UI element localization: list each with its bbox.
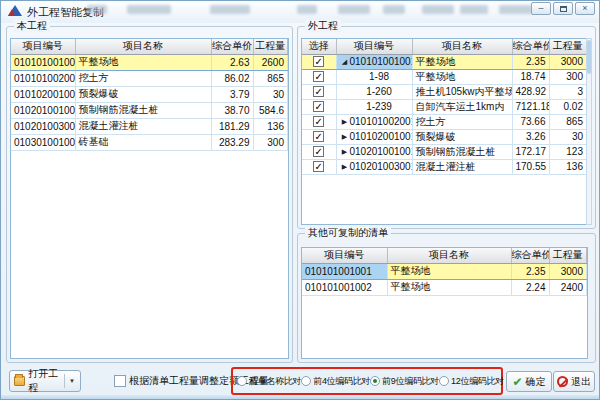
table-row[interactable]: ▶010102001001预裂爆破3.2630 <box>302 129 587 144</box>
table-row[interactable]: ◢010101001001平整场地2.353000 <box>302 54 587 69</box>
compare-mode-radio[interactable]: 12位编码比对 <box>439 375 504 388</box>
group-other-label: 其他可复制的清单 <box>305 227 391 239</box>
scrollbar-thumb[interactable] <box>587 40 591 74</box>
radio-dot <box>370 376 380 386</box>
group-external-label: 外工程 <box>305 20 341 32</box>
column-header[interactable]: 项目名称 <box>75 39 211 54</box>
item-name: 预制钢筋混凝土桩 <box>75 102 211 118</box>
item-code-cell: 1-98 <box>336 69 412 84</box>
dropdown-arrow-icon[interactable]: ▼ <box>68 378 76 384</box>
checkbox-cell <box>302 84 336 99</box>
adjust-quantity-checkbox[interactable] <box>114 375 126 387</box>
column-header[interactable]: 项目名称 <box>412 39 512 54</box>
table-row[interactable]: 1-239自卸汽车运土1km内7121.180.02 <box>302 99 587 114</box>
minimize-icon: – <box>538 4 543 13</box>
row-checkbox[interactable] <box>313 86 324 97</box>
column-header[interactable]: 项目名称 <box>387 248 511 263</box>
item-code: 010201003001 <box>350 161 413 172</box>
ok-button[interactable]: ✔ 确定 <box>506 371 552 392</box>
dialog-external-project-smart-copy: 外工程智能复制 – × 本工程 项目编号项目名称综合单价工程量 01010100… <box>0 0 600 400</box>
compare-mode-radio[interactable]: 前9位编码比对 <box>370 375 439 388</box>
table-row[interactable]: 010201003001混凝土灌注桩181.29136 <box>11 118 288 134</box>
background-menu-blur <box>127 5 171 14</box>
item-code: 010101001001 <box>11 54 75 70</box>
item-name: 砖基础 <box>75 134 211 150</box>
unit-price: 18.74 <box>512 69 549 84</box>
close-button[interactable]: × <box>575 2 595 15</box>
column-header[interactable]: 工程量 <box>549 39 587 54</box>
item-name: 自卸汽车运土1km内 <box>412 99 512 114</box>
expand-icon[interactable]: ▶ <box>340 163 350 171</box>
item-name: 平整场地 <box>412 54 512 69</box>
vertical-scrollbar[interactable] <box>586 38 592 225</box>
item-name: 平整场地 <box>75 54 211 70</box>
table-row[interactable]: 010301001001砖基础283.29300 <box>11 134 288 150</box>
table-row[interactable]: 010102001001预裂爆破3.7930 <box>11 86 288 102</box>
table-row[interactable]: 010101001001平整场地2.632600 <box>11 54 288 70</box>
group-local-label: 本工程 <box>14 20 50 32</box>
background-menu-blur <box>422 5 454 14</box>
column-header[interactable]: 工程量 <box>549 248 587 263</box>
maximize-button[interactable] <box>553 2 573 15</box>
unit-price: 2.35 <box>512 54 549 69</box>
table-row[interactable]: 010101001001平整场地2.353000 <box>302 263 587 279</box>
column-header[interactable]: 综合单价 <box>511 248 549 263</box>
expand-icon[interactable]: ▶ <box>340 133 350 141</box>
open-project-button[interactable]: 打开工程 ▼ <box>9 370 81 392</box>
item-code: 1-98 <box>369 71 389 82</box>
column-header[interactable]: 项目编号 <box>302 248 387 263</box>
minimize-button[interactable]: – <box>531 2 551 15</box>
quantity: 2600 <box>253 54 288 70</box>
exit-button[interactable]: 退出 <box>553 371 595 392</box>
column-header[interactable]: 综合单价 <box>211 39 253 54</box>
unit-price: 2.35 <box>511 263 549 279</box>
row-checkbox[interactable] <box>313 161 324 172</box>
column-header[interactable]: 综合单价 <box>512 39 549 54</box>
item-code: 010101001001 <box>350 56 413 67</box>
row-checkbox[interactable] <box>313 56 324 67</box>
table-row[interactable]: ▶010101002001挖土方73.66865 <box>302 114 587 129</box>
item-code-cell: ▶010201001001 <box>336 144 412 159</box>
table-row[interactable]: 010201001001预制钢筋混凝土桩38.70584.6 <box>11 102 288 118</box>
expand-icon[interactable]: ◢ <box>340 58 350 66</box>
row-checkbox[interactable] <box>313 116 324 127</box>
window-controls: – × <box>531 2 595 15</box>
quantity: 584.6 <box>253 102 288 118</box>
item-name: 推土机105kw内平整场地[ <box>412 84 512 99</box>
row-checkbox[interactable] <box>313 71 324 82</box>
ok-label: 确定 <box>526 375 546 389</box>
item-code: 010102001001 <box>11 86 75 102</box>
compare-mode-radio[interactable]: 前4位编码比对 <box>301 375 370 388</box>
quantity: 30 <box>549 129 587 144</box>
other-copyable-table: 项目编号项目名称综合单价工程量 010101001001平整场地2.353000… <box>301 247 588 359</box>
table-row[interactable]: 010101001002平整场地2.242400 <box>302 279 587 295</box>
row-checkbox[interactable] <box>313 101 324 112</box>
table-row[interactable]: 010101002001挖土方86.02865 <box>11 70 288 86</box>
table-row[interactable]: ▶010201003001混凝土灌注桩170.55136 <box>302 159 587 174</box>
quantity: 123 <box>549 144 587 159</box>
checkbox-cell <box>302 54 336 69</box>
column-header[interactable]: 工程量 <box>253 39 288 54</box>
prohibit-icon <box>557 376 568 387</box>
expand-icon[interactable]: ▶ <box>340 148 350 156</box>
unit-price: 428.92 <box>512 84 549 99</box>
window-frame-bottom <box>1 395 599 399</box>
radio-label: 前9位编码比对 <box>382 375 439 388</box>
item-code: 010101002001 <box>350 116 413 127</box>
item-name: 混凝土灌注桩 <box>412 159 512 174</box>
row-checkbox[interactable] <box>313 146 324 157</box>
compare-mode-radio[interactable]: 清单名称比对 <box>237 375 301 388</box>
unit-price: 172.17 <box>512 144 549 159</box>
row-checkbox[interactable] <box>313 131 324 142</box>
unit-price: 2.24 <box>511 279 549 295</box>
column-header[interactable]: 选择 <box>302 39 336 54</box>
column-header[interactable]: 项目编号 <box>336 39 412 54</box>
table-row[interactable]: 1-260推土机105kw内平整场地[428.923 <box>302 84 587 99</box>
maximize-icon <box>560 6 567 12</box>
table-row[interactable]: ▶010201001001预制钢筋混凝土桩172.17123 <box>302 144 587 159</box>
radio-dot <box>439 376 449 386</box>
expand-icon[interactable]: ▶ <box>340 118 350 126</box>
quantity: 300 <box>549 69 587 84</box>
table-row[interactable]: 1-98平整场地18.74300 <box>302 69 587 84</box>
column-header[interactable]: 项目编号 <box>11 39 75 54</box>
